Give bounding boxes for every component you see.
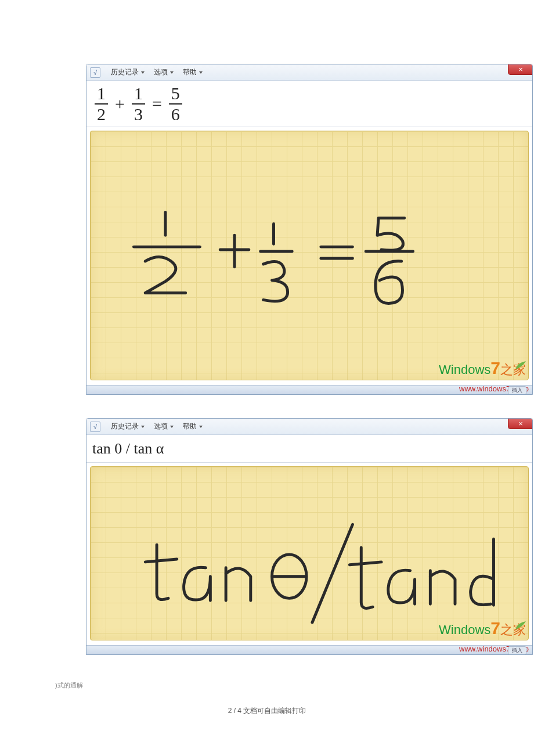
menu-help-label: 帮助 <box>183 422 197 431</box>
handwriting-ink <box>91 131 528 380</box>
status-pill: 插入 <box>508 386 526 395</box>
math-input-panel-1: √ 历史记录 选项 帮助 × 1 2 + 1 <box>86 64 533 395</box>
menu-history[interactable]: 历史记录 <box>106 64 149 80</box>
numerator: 1 <box>132 85 145 105</box>
recognized-output: 1 2 + 1 3 = 5 6 <box>86 81 532 127</box>
page-footer: 2 / 4 文档可自由编辑打印 <box>0 706 534 716</box>
chevron-down-icon <box>141 426 145 428</box>
chevron-down-icon <box>170 71 174 74</box>
status-bar: www.windows7en.co 插入 <box>86 645 532 654</box>
svg-line-7 <box>145 559 177 562</box>
result-text: tan 0 / tan α <box>92 440 164 458</box>
fraction-3: 5 6 <box>169 85 182 123</box>
menu-history-label: 历史记录 <box>111 67 139 77</box>
numerator: 1 <box>95 85 108 105</box>
close-icon: × <box>518 419 523 428</box>
menubar: √ 历史记录 选项 帮助 × <box>86 64 532 81</box>
ink-canvas[interactable]: Windows7之家 <box>90 131 529 380</box>
menu-options-label: 选项 <box>154 67 168 77</box>
menu-history[interactable]: 历史记录 <box>106 419 149 434</box>
math-input-panel-2: √ 历史记录 选项 帮助 × tan 0 / tan α <box>86 418 533 655</box>
chevron-down-icon <box>170 426 174 428</box>
app-icon: √ <box>90 422 100 432</box>
orphan-text: )式的通解 <box>55 681 83 690</box>
chevron-down-icon <box>141 71 145 74</box>
status-bar: www.windows7en.co 插入 <box>86 385 532 394</box>
denominator: 6 <box>169 105 182 123</box>
app-icon: √ <box>90 67 100 78</box>
plus-operator: + <box>115 94 125 114</box>
chevron-down-icon <box>199 426 203 428</box>
status-pill: 插入 <box>508 646 526 655</box>
menu-options-label: 选项 <box>154 422 168 431</box>
svg-line-11 <box>349 562 381 565</box>
ink-canvas[interactable]: Windows7之家 <box>90 466 529 640</box>
svg-line-10 <box>312 524 352 622</box>
menu-help-label: 帮助 <box>183 67 197 77</box>
fraction-2: 1 3 <box>132 85 145 123</box>
close-button[interactable]: × <box>508 418 533 429</box>
menu-options[interactable]: 选项 <box>149 419 178 434</box>
close-button[interactable]: × <box>508 64 533 75</box>
menubar: √ 历史记录 选项 帮助 × <box>86 419 532 435</box>
equals-operator: = <box>152 94 162 114</box>
denominator: 3 <box>132 105 145 123</box>
handwriting-ink <box>91 467 528 640</box>
chevron-down-icon <box>199 71 203 74</box>
close-icon: × <box>518 65 523 74</box>
fraction-1: 1 2 <box>95 85 108 123</box>
menu-options[interactable]: 选项 <box>149 64 178 80</box>
menu-help[interactable]: 帮助 <box>178 64 207 80</box>
numerator: 5 <box>169 85 182 105</box>
recognized-output: tan 0 / tan α <box>86 435 532 463</box>
menu-history-label: 历史记录 <box>111 422 139 431</box>
denominator: 2 <box>95 105 108 123</box>
menu-help[interactable]: 帮助 <box>178 419 207 434</box>
